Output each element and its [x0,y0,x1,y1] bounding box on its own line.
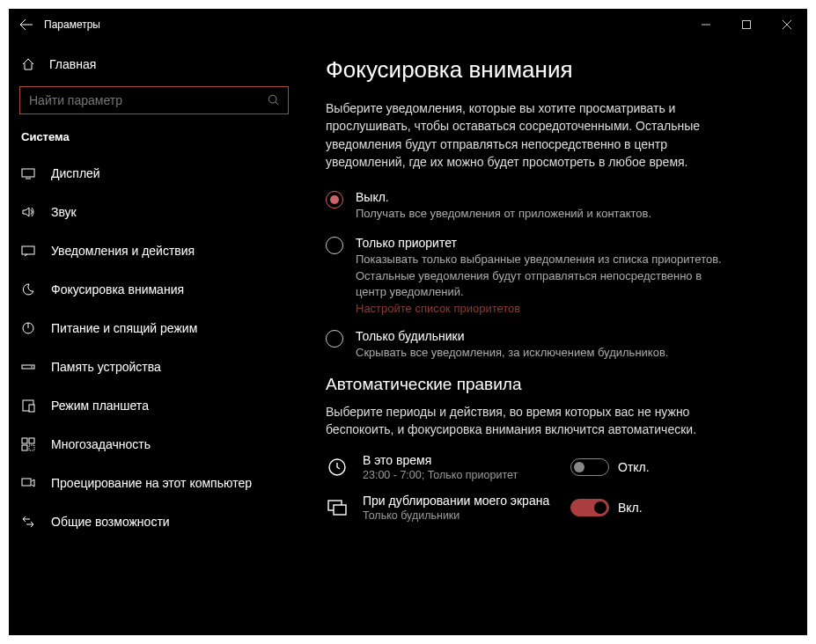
radio-off[interactable]: Выкл. Получать все уведомления от прилож… [326,190,781,222]
notifications-icon [19,244,37,258]
sidebar-item-label: Проецирование на этот компьютер [51,476,252,490]
auto-rules-description: Выберите периоды и действия, во время ко… [326,403,738,439]
titlebar: Параметры [9,9,807,40]
rule-time-toggle[interactable] [570,458,609,476]
search-row [9,81,299,120]
rule-duplicate-title: При дублировании моего экрана [363,494,556,508]
svg-rect-8 [29,405,34,412]
svg-rect-10 [29,438,34,443]
rule-duplicate-display[interactable]: При дублировании моего экрана Только буд… [326,494,781,522]
auto-rules-title: Автоматические правила [326,375,781,394]
sidebar-item-label: Дисплей [51,166,100,180]
shared-icon [19,515,37,529]
page-description: Выберите уведомления, которые вы хотите … [326,99,738,171]
customize-priority-link[interactable]: Настройте список приоритетов [356,302,734,315]
sidebar: Главная Система Дисплей [9,40,299,635]
storage-icon [19,360,37,374]
maximize-icon [742,20,751,29]
sidebar-item-display[interactable]: Дисплей [9,154,299,193]
rule-time-state: Откл. [618,460,650,474]
close-button[interactable] [767,11,807,39]
display-icon [19,166,37,180]
svg-rect-11 [22,445,27,450]
tablet-icon [19,399,37,413]
radio-priority-sub: Показывать только выбранные уведомления … [356,252,734,300]
sidebar-item-notifications[interactable]: Уведомления и действия [9,231,299,270]
sidebar-item-storage[interactable]: Память устройства [9,348,299,386]
power-icon [19,321,37,335]
page-title: Фокусировка внимания [326,56,781,84]
home-nav[interactable]: Главная [9,48,299,81]
sidebar-item-label: Общие возможности [51,515,170,529]
svg-rect-0 [743,21,751,29]
main-content: Фокусировка внимания Выберите уведомлени… [299,40,807,635]
radio-off-title: Выкл. [356,190,651,204]
rule-time-sub: 23:00 - 7:00; Только приоритет [363,469,556,481]
close-icon [783,20,791,29]
search-input[interactable] [19,86,289,114]
sidebar-item-label: Звук [51,205,77,219]
sidebar-item-multitasking[interactable]: Многозадачность [9,425,299,464]
sidebar-item-label: Многозадачность [51,437,151,451]
multitasking-icon [19,437,37,451]
sidebar-item-shared[interactable]: Общие возможности [9,502,299,541]
radio-alarms-title: Только будильники [356,329,668,343]
sidebar-item-label: Память устройства [51,360,161,374]
home-label: Главная [49,57,96,71]
svg-rect-9 [22,438,27,443]
search-icon [268,94,280,106]
sidebar-item-tablet[interactable]: Режим планшета [9,386,299,425]
svg-rect-13 [22,479,31,486]
duplicate-display-icon [326,498,349,517]
minimize-icon [702,20,710,29]
radio-alarms-sub: Скрывать все уведомления, за исключением… [356,345,668,361]
sidebar-item-sound[interactable]: Звук [9,193,299,231]
window-title: Параметры [44,18,100,31]
radio-off-circle[interactable] [326,191,343,209]
sidebar-item-projecting[interactable]: Проецирование на этот компьютер [9,464,299,502]
sidebar-item-label: Уведомления и действия [51,244,195,258]
sidebar-item-focus-assist[interactable]: Фокусировка внимания [9,270,299,309]
radio-alarms[interactable]: Только будильники Скрывать все уведомлен… [326,329,781,361]
arrow-left-icon [19,18,33,32]
svg-rect-3 [22,246,34,254]
radio-priority[interactable]: Только приоритет Показывать только выбра… [326,236,781,315]
category-label: Система [9,120,299,154]
rule-time[interactable]: В это время 23:00 - 7:00; Только приорит… [326,453,781,481]
settings-window: Параметры Главная [9,9,807,635]
sidebar-item-label: Фокусировка внимания [51,282,184,296]
maximize-button[interactable] [726,11,767,39]
rule-time-title: В это время [363,453,556,467]
sidebar-item-power[interactable]: Питание и спящий режим [9,309,299,348]
radio-priority-circle[interactable] [326,237,343,254]
svg-point-6 [31,366,33,368]
radio-priority-title: Только приоритет [356,236,734,250]
svg-rect-12 [29,445,34,450]
sidebar-item-label: Режим планшета [51,399,149,413]
svg-rect-2 [22,169,34,177]
radio-alarms-circle[interactable] [326,330,343,348]
radio-off-sub: Получать все уведомления от приложений и… [356,206,651,222]
rule-duplicate-toggle[interactable] [570,499,609,516]
rule-duplicate-state: Вкл. [618,501,643,515]
rule-duplicate-sub: Только будильники [363,509,556,522]
home-icon [19,57,37,71]
back-button[interactable] [9,11,44,39]
projecting-icon [19,476,37,490]
content-area: Главная Система Дисплей [9,40,807,635]
clock-icon [326,457,349,477]
svg-rect-16 [334,505,346,515]
moon-icon [19,282,37,296]
minimize-button[interactable] [686,11,726,39]
svg-rect-5 [22,365,34,369]
sound-icon [19,205,37,219]
sidebar-item-label: Питание и спящий режим [51,321,197,335]
window-controls [686,11,807,39]
